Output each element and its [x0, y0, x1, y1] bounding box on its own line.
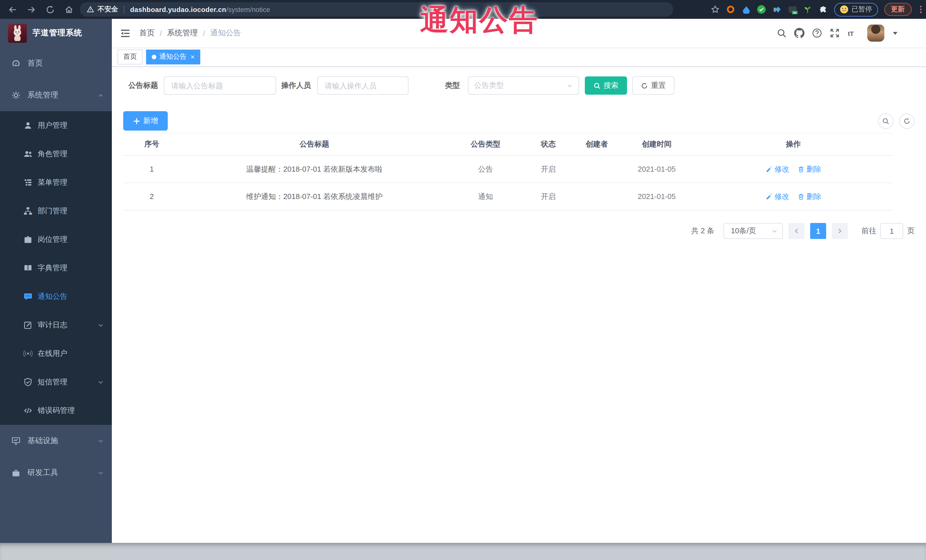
- message-bubble-icon: [23, 292, 33, 301]
- sidebar-item-label: 用户管理: [38, 120, 67, 131]
- delete-link[interactable]: 删除: [797, 191, 821, 202]
- sidebar-item-users[interactable]: 用户管理: [0, 111, 112, 140]
- pagination: 共 2 条 10条/页 1 前往 页: [123, 223, 915, 239]
- sidebar-toggle-icon[interactable]: [112, 29, 139, 37]
- cell-actions: 修改 删除: [694, 164, 893, 174]
- breadcrumb-current: 通知公告: [210, 28, 241, 38]
- extension-blue-drop-icon[interactable]: [741, 5, 750, 14]
- cell-type: 通知: [448, 191, 523, 202]
- reload-icon[interactable]: [45, 5, 55, 14]
- sidebar-item-online-users[interactable]: 在线用户: [0, 339, 112, 368]
- sidebar-item-dictionary[interactable]: 字典管理: [0, 254, 112, 282]
- briefcase-icon: [23, 235, 33, 244]
- tab-home[interactable]: 首页: [118, 49, 143, 64]
- delete-link-label: 删除: [806, 191, 821, 202]
- sidebar-item-infrastructure[interactable]: 基础设施: [0, 425, 112, 457]
- extensions-puzzle-icon[interactable]: [819, 5, 828, 14]
- security-label: 不安全: [98, 5, 118, 14]
- sidebar-item-dev-tools[interactable]: 研发工具: [0, 457, 112, 489]
- extension-sprout-icon[interactable]: [803, 5, 812, 14]
- extension-gem-icon[interactable]: [772, 5, 781, 14]
- paused-label: 已暂停: [852, 5, 872, 14]
- extension-orange-ring-icon[interactable]: [726, 5, 735, 14]
- goto-page-input[interactable]: [881, 223, 903, 239]
- sidebar-item-notice[interactable]: 通知公告: [0, 282, 112, 311]
- page-size-select[interactable]: 10条/页: [723, 223, 783, 239]
- col-header-status: 状态: [523, 139, 574, 149]
- next-page-button[interactable]: [832, 223, 848, 239]
- sidebar-item-system[interactable]: 系统管理: [0, 79, 112, 111]
- page-content: 公告标题 操作人员 类型 公告类型 搜索 重置: [112, 67, 926, 543]
- goto-label: 前往: [861, 226, 876, 236]
- help-icon[interactable]: [812, 28, 822, 38]
- breadcrumb-home[interactable]: 首页: [139, 28, 154, 38]
- edit-link[interactable]: 修改: [766, 191, 789, 202]
- add-button[interactable]: 新增: [123, 111, 168, 131]
- tab-close-icon[interactable]: ×: [191, 53, 195, 60]
- edit-link-label: 修改: [775, 191, 789, 202]
- sidebar-item-error-codes[interactable]: 错误码管理: [0, 396, 112, 425]
- bookmark-star-icon[interactable]: [711, 5, 720, 14]
- tab-notice[interactable]: 通知公告 ×: [146, 49, 200, 64]
- edit-link[interactable]: 修改: [766, 164, 789, 174]
- code-icon: [23, 406, 33, 415]
- dashboard-icon: [11, 59, 21, 68]
- extension-on-badge-icon[interactable]: [788, 5, 797, 14]
- chevron-down-icon: [98, 379, 104, 385]
- breadcrumb-system[interactable]: 系统管理: [167, 28, 198, 38]
- prev-page-button[interactable]: [788, 223, 805, 239]
- page-number-current[interactable]: 1: [810, 223, 826, 239]
- tab-label: 通知公告: [159, 52, 186, 62]
- url-path: /system/notice: [226, 5, 270, 14]
- browser-extensions: 已暂停 更新: [711, 0, 921, 19]
- app-logo-row[interactable]: 芋道管理系统: [0, 19, 112, 47]
- refresh-table-button[interactable]: [899, 113, 915, 128]
- home-icon[interactable]: [65, 5, 74, 14]
- fullscreen-icon[interactable]: [829, 28, 840, 38]
- avatar-caret-icon[interactable]: [893, 32, 897, 35]
- cell-title: 温馨提醒：2018-07-01 若依新版本发布啦: [180, 164, 448, 174]
- sidebar-item-roles[interactable]: 角色管理: [0, 140, 112, 168]
- sidebar-item-menus[interactable]: 菜单管理: [0, 168, 112, 197]
- sidebar-item-home[interactable]: 首页: [0, 47, 112, 79]
- browser-menu-icon[interactable]: [920, 6, 921, 13]
- operator-input[interactable]: [317, 76, 409, 95]
- back-icon[interactable]: [8, 5, 17, 14]
- font-size-icon[interactable]: tT: [847, 28, 858, 38]
- security-warning[interactable]: 不安全: [87, 5, 118, 14]
- add-button-label: 新增: [143, 116, 158, 126]
- sidebar-item-audit-log[interactable]: 审计日志: [0, 311, 112, 339]
- delete-link[interactable]: 删除: [797, 164, 821, 174]
- extension-green-check-icon[interactable]: [757, 5, 766, 14]
- notice-title-input[interactable]: [164, 76, 276, 95]
- sidebar-item-positions[interactable]: 岗位管理: [0, 225, 112, 254]
- chrome-update-button[interactable]: 更新: [884, 3, 911, 16]
- filter-form: 公告标题 操作人员 类型 公告类型 搜索 重置: [123, 76, 915, 95]
- address-bar[interactable]: 不安全 dashboard.yudao.iocoder.cn/system/no…: [80, 2, 673, 17]
- col-header-title: 公告标题: [180, 139, 448, 149]
- sidebar-item-label: 通知公告: [38, 291, 67, 302]
- search-button[interactable]: 搜索: [585, 76, 627, 95]
- sidebar-item-sms[interactable]: 短信管理: [0, 368, 112, 396]
- shield-check-icon: [23, 377, 33, 386]
- avatar[interactable]: [867, 24, 884, 42]
- browser-toolbar: 不安全 dashboard.yudao.iocoder.cn/system/no…: [0, 0, 926, 19]
- sidebar: 芋道管理系统 首页 系统管理 用户管理 角色管理: [0, 19, 112, 543]
- sitemap-icon: [23, 207, 33, 216]
- table-row: 1 温馨提醒：2018-07-01 若依新版本发布啦 公告 开启 2021-01…: [123, 156, 893, 183]
- sidebar-item-departments[interactable]: 部门管理: [0, 197, 112, 225]
- search-button-label: 搜索: [604, 80, 619, 91]
- goto-unit-label: 页: [907, 226, 915, 236]
- sidebar-item-label: 角色管理: [38, 149, 67, 159]
- reset-button[interactable]: 重置: [632, 76, 674, 95]
- toggle-search-button[interactable]: [878, 113, 893, 128]
- forward-icon[interactable]: [27, 5, 36, 14]
- profile-paused-badge[interactable]: 已暂停: [834, 3, 878, 16]
- notice-type-select[interactable]: 公告类型: [468, 76, 579, 95]
- table-toolbar: 新增: [123, 111, 915, 131]
- header-search-icon[interactable]: [776, 28, 787, 38]
- github-icon[interactable]: [794, 28, 805, 38]
- cell-actions: 修改 删除: [694, 191, 893, 202]
- edit-link-label: 修改: [775, 164, 789, 174]
- chevron-down-icon: [98, 438, 104, 444]
